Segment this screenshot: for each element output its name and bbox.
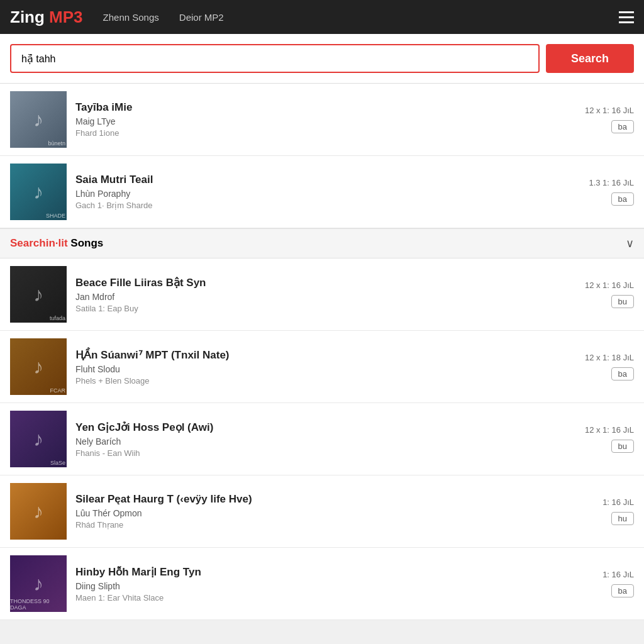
result-badge-button[interactable]: ba: [611, 584, 634, 597]
result-thumbnail: ♪ SHADE: [10, 164, 67, 220]
result-meta: 12 x 1: 16 JıL bu: [565, 425, 634, 453]
result-artist: Lhùn Poraphy: [75, 189, 556, 199]
hamburger-line-2: [619, 16, 634, 18]
logo: Zing MP3: [10, 8, 83, 27]
result-artist: Maig LTye: [75, 116, 556, 126]
chevron-down-icon[interactable]: ∨: [626, 236, 634, 250]
result-item: ♪ bùnetn Tayība iMie Maig LTye Fhard 1io…: [0, 84, 644, 156]
thumb-label: bùnetn: [48, 140, 65, 147]
hamburger-line-3: [619, 21, 634, 23]
result-thumbnail: ♪ tufada: [10, 266, 67, 323]
result-info: Silear Pęat Haurg T (‹evÿy life Hve) Lûu…: [75, 493, 556, 530]
thumb-art: ♪: [10, 91, 67, 148]
section-header: Searchin·lit Songs ∨: [0, 228, 644, 258]
song-results: ♪ tufada Beace Fille Liiras Bật Syn Jan …: [0, 258, 644, 620]
nav-links: Zhenn Songs Deior MP2: [103, 12, 224, 23]
search-bar: Search: [0, 34, 644, 84]
result-thumbnail: ♪ THONDESS 90 DAGA: [10, 555, 67, 612]
result-item: ♪ FCAR ⱧẦn Súanwi⁷ MPT (Tnxil Nate) Fluh…: [0, 331, 644, 403]
result-meta: 12 x 1: 16 JıL bu: [565, 280, 634, 308]
result-album: Gach 1· Brịm Sharde: [75, 201, 556, 210]
result-duration: 12 x 1: 16 JıL: [585, 425, 634, 435]
result-album: Fhanis - Ean Wiih: [75, 448, 556, 458]
result-title: ⱧẦn Súanwi⁷ MPT (Tnxil Nate): [75, 348, 556, 362]
thumb-art: ♪: [10, 338, 67, 395]
result-title: Silear Pęat Haurg T (‹evÿy life Hve): [75, 493, 556, 506]
thumb-art: ♪: [10, 266, 67, 323]
result-info: Beace Fille Liiras Bật Syn Jan Mdrof Sat…: [75, 276, 556, 313]
thumb-label: SlaSe: [50, 460, 65, 466]
result-album: Satila 1: Eap Buy: [75, 304, 556, 313]
results-area: ♪ bùnetn Tayība iMie Maig LTye Fhard 1io…: [0, 84, 644, 620]
result-badge-button[interactable]: bu: [611, 440, 634, 453]
nav-item-zhenn[interactable]: Zhenn Songs: [103, 12, 159, 23]
result-title: Yen GịcJởi Hoss Peọl (Awi): [75, 421, 556, 434]
header: Zing MP3 Zhenn Songs Deior MP2: [0, 0, 644, 34]
result-badge-button[interactable]: ba: [611, 367, 634, 380]
section-title-red: Searchin·lit: [10, 237, 68, 249]
result-info: Yen GịcJởi Hoss Peọl (Awi) Nely Barích F…: [75, 421, 556, 458]
result-info: Tayība iMie Maig LTye Fhard 1ione: [75, 101, 556, 138]
result-artist: Lûu Thér Opmon: [75, 508, 556, 518]
result-thumbnail: ♪: [10, 483, 67, 540]
result-info: Saia Mutri Teail Lhùn Poraphy Gach 1· Br…: [75, 174, 556, 210]
result-duration: 12 x 1: 16 JıL: [585, 280, 634, 290]
result-meta: 12 x 1: 18 JıL ba: [565, 353, 634, 380]
result-duration: 1: 16 JıL: [602, 570, 634, 579]
result-title: Saia Mutri Teail: [75, 174, 556, 186]
result-meta: 1: 16 JıL ba: [565, 570, 634, 597]
result-badge-button[interactable]: ba: [611, 120, 634, 133]
result-badge-button[interactable]: ba: [611, 192, 634, 206]
top-results: ♪ bùnetn Tayība iMie Maig LTye Fhard 1io…: [0, 84, 644, 228]
search-input[interactable]: [10, 44, 540, 73]
thumb-label: THONDESS 90 DAGA: [10, 598, 65, 611]
result-duration: 12 x 1: 16 JıL: [585, 106, 634, 115]
result-title: Beace Fille Liiras Bật Syn: [75, 276, 556, 289]
result-item: ♪ Silear Pęat Haurg T (‹evÿy life Hve) L…: [0, 475, 644, 548]
result-info: ⱧẦn Súanwi⁷ MPT (Tnxil Nate) Fluht Slodu…: [75, 348, 556, 386]
result-artist: Diing Slipth: [75, 581, 556, 591]
section-title-rest: Songs: [68, 237, 104, 249]
result-info: Hinby Hỗh Marịl Eng Tyn Diing Slipth Mae…: [75, 565, 556, 602]
thumb-art: ♪: [10, 411, 67, 467]
nav-item-deior[interactable]: Deior MP2: [179, 12, 224, 23]
result-item: ♪ SHADE Saia Mutri Teail Lhùn Poraphy Ga…: [0, 156, 644, 228]
hamburger-line-1: [619, 11, 634, 13]
result-item: ♪ THONDESS 90 DAGA Hinby Hỗh Marịl Eng T…: [0, 548, 644, 620]
thumb-label: FCAR: [50, 387, 66, 394]
result-item: ♪ tufada Beace Fille Liiras Bật Syn Jan …: [0, 258, 644, 331]
result-meta: 12 x 1: 16 JıL ba: [565, 106, 634, 133]
result-duration: 1.3 1: 16 JıL: [589, 178, 634, 187]
thumb-art: ♪: [10, 164, 67, 220]
result-meta: 1.3 1: 16 JıL ba: [565, 178, 634, 206]
result-title: Tayība iMie: [75, 101, 556, 114]
result-artist: Jan Mdrof: [75, 292, 556, 302]
result-album: Fhard 1ione: [75, 128, 556, 138]
hamburger-menu[interactable]: [619, 11, 634, 23]
thumb-label: SHADE: [46, 213, 65, 219]
result-thumbnail: ♪ SlaSe: [10, 411, 67, 467]
result-thumbnail: ♪ bùnetn: [10, 91, 67, 148]
result-item: ♪ SlaSe Yen GịcJởi Hoss Peọl (Awi) Nely …: [0, 403, 644, 475]
thumb-art: ♪: [10, 483, 67, 540]
result-artist: Nely Barích: [75, 436, 556, 447]
result-duration: 12 x 1: 18 JıL: [585, 353, 634, 362]
result-artist: Fluht Slodu: [75, 364, 556, 374]
result-album: Rhád Thṛane: [75, 520, 556, 530]
result-badge-button[interactable]: hu: [611, 512, 634, 525]
result-album: Phels + Blen Sloage: [75, 376, 556, 386]
result-duration: 1: 16 JıL: [602, 497, 634, 507]
section-title: Searchin·lit Songs: [10, 237, 103, 250]
result-meta: 1: 16 JıL hu: [565, 497, 634, 525]
result-thumbnail: ♪ FCAR: [10, 338, 67, 395]
result-album: Maen 1: Ear Vhita Slace: [75, 593, 556, 602]
result-badge-button[interactable]: bu: [611, 295, 634, 308]
thumb-label: tufada: [50, 315, 65, 321]
search-button[interactable]: Search: [546, 44, 634, 73]
result-title: Hinby Hỗh Marịl Eng Tyn: [75, 565, 556, 579]
